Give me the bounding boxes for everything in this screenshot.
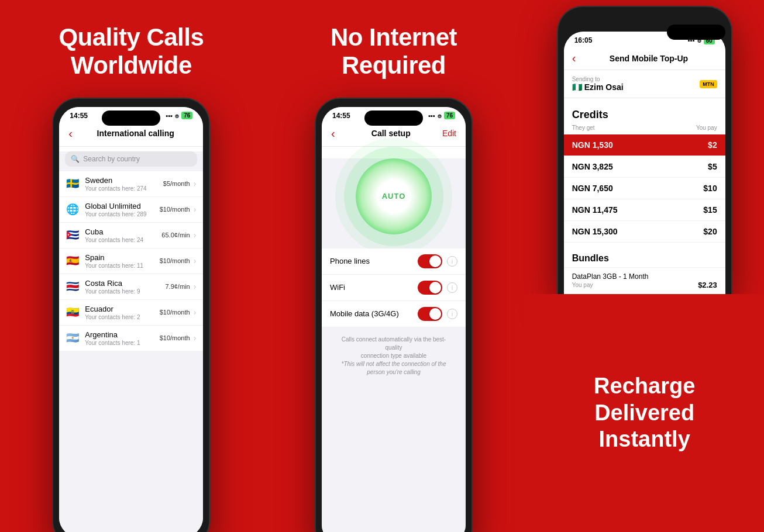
back-arrow-3[interactable]: ‹: [572, 51, 576, 65]
country-name-argentina: Argentina: [85, 330, 159, 339]
country-info-spain: Spain Your contacts here: 11: [85, 253, 159, 269]
country-name-spain: Spain: [85, 253, 159, 262]
credit-ngn-2: NGN 3,825: [572, 162, 613, 171]
credit-option-1[interactable]: NGN 1,530 $2: [564, 134, 725, 156]
toggle-switch-wifi[interactable]: [418, 281, 442, 295]
credit-option-2[interactable]: NGN 3,825 $5: [564, 156, 725, 178]
country-info-argentina: Argentina Your contacts here: 1: [85, 330, 159, 346]
panel-3: 16:05 ▪▪▪ ⌾ 60 ‹ Send Mobile Top-Up Send…: [525, 0, 764, 532]
chevron-sweden: ›: [194, 179, 197, 188]
toggle-label-wifi: WiFi: [330, 283, 418, 292]
country-info-global: Global Unlimited Your contacts here: 289: [85, 202, 159, 217]
flag-costarica: 🇨🇷: [66, 280, 80, 293]
country-price-costarica: 7.9¢/min: [165, 283, 190, 290]
country-contacts-global: Your contacts here: 289: [85, 211, 159, 217]
wifi-icon-2: ⌾: [438, 112, 442, 119]
they-get-label: They get: [572, 125, 595, 131]
back-arrow-1[interactable]: ‹: [68, 127, 73, 140]
credit-option-5[interactable]: NGN 15,300 $20: [564, 221, 725, 243]
country-item-costarica[interactable]: 🇨🇷 Costa Rica Your contacts here: 9 7.9¢…: [59, 274, 203, 300]
search-bar-1[interactable]: 🔍 Search by country: [65, 151, 197, 167]
country-item-cuba[interactable]: 🇨🇺 Cuba Your contacts here: 24 65.0¢/min…: [59, 223, 203, 248]
credit-option-4[interactable]: NGN 11,475 $15: [564, 199, 725, 221]
time-2: 14:55: [332, 112, 350, 120]
toggle-knob-mobile: [429, 308, 441, 320]
auto-circle: AUTO: [356, 158, 432, 234]
credits-section: Credits They get You pay NGN 1,530 $2 NG…: [564, 103, 725, 243]
country-name-global: Global Unlimited: [85, 202, 159, 210]
flag-sweden: 🇸🇪: [66, 177, 80, 190]
country-contacts-sweden: Your contacts here: 274: [85, 185, 163, 192]
bundle-row-1[interactable]: DataPlan 3GB - 1 Month You pay $2.23: [564, 267, 725, 294]
screen-2: AUTO Phone lines i WiFi: [322, 158, 466, 532]
country-price-sweden: $5/month: [163, 180, 190, 187]
toggle-knob-wifi: [429, 282, 441, 293]
credit-option-3[interactable]: NGN 7,650 $10: [564, 178, 725, 199]
toggles-container: Phone lines i WiFi i Mobil: [322, 248, 466, 327]
time-1: 14:55: [70, 112, 88, 120]
sending-label: Sending to: [572, 76, 624, 82]
country-item-sweden[interactable]: 🇸🇪 Sweden Your contacts here: 274 $5/mon…: [59, 171, 203, 197]
credits-title: Credits: [564, 103, 725, 123]
call-setup-note: Calls connect automatically via the best…: [322, 327, 466, 380]
info-icon-mobile[interactable]: i: [447, 309, 457, 319]
country-info-sweden: Sweden Your contacts here: 274: [85, 176, 163, 192]
back-arrow-2[interactable]: ‹: [331, 127, 335, 140]
info-icon-wifi[interactable]: i: [447, 282, 457, 293]
panel3-bottom: Recharge Delivered Instantly: [525, 294, 764, 532]
chevron-cuba: ›: [194, 230, 197, 240]
battery-1: 76: [181, 112, 192, 119]
screen-header-1: ‹ International calling: [59, 122, 203, 147]
screen-1: 🔍 Search by country 🇸🇪 Sweden Your conta…: [59, 151, 203, 532]
italic-note-text: *This will not affect the connection of …: [342, 361, 446, 375]
status-icons-2: ▪▪▪ ⌾ 76: [428, 112, 455, 119]
credit-ngn-5: NGN 15,300: [572, 227, 618, 236]
toggle-wifi[interactable]: WiFi i: [322, 275, 466, 301]
info-icon-phone[interactable]: i: [447, 256, 457, 267]
edit-button[interactable]: Edit: [442, 129, 456, 138]
bundles-title: Bundles: [564, 247, 725, 267]
toggle-switch-phone[interactable]: [418, 254, 442, 268]
credit-ngn-1: NGN 1,530: [572, 140, 613, 150]
country-contacts-ecuador: Your contacts here: 2: [85, 314, 159, 320]
country-item-ecuador[interactable]: 🇪🇨 Ecuador Your contacts here: 2 $10/mon…: [59, 300, 203, 326]
note-text: Calls connect automatically via the best…: [333, 336, 454, 360]
flag-argentina: 🇦🇷: [66, 331, 80, 344]
phone-1: 14:55 ▪▪▪ ⌾ 76 ‹ International calling 🔍…: [52, 98, 210, 532]
country-price-ecuador: $10/month: [160, 309, 190, 316]
recipient-name-text: Ezim Osai: [584, 82, 624, 92]
screen-title-3: Send Mobile Top-Up: [580, 54, 717, 63]
status-icons-1: ▪▪▪ ⌾ 76: [166, 112, 193, 119]
country-item-global[interactable]: 🌐 Global Unlimited Your contacts here: 2…: [59, 197, 203, 223]
flag-cuba: 🇨🇺: [66, 229, 80, 241]
country-item-argentina[interactable]: 🇦🇷 Argentina Your contacts here: 1 $10/m…: [59, 326, 203, 351]
sending-to-row: Sending to 🇳🇬 Ezim Osai MTN: [564, 70, 725, 98]
toggle-mobile-data[interactable]: Mobile data (3G/4G) i: [322, 301, 466, 327]
credit-usd-3: $10: [703, 184, 717, 193]
credit-ngn-4: NGN 11,475: [572, 205, 618, 215]
toggle-phone-lines[interactable]: Phone lines i: [322, 248, 466, 275]
country-price-spain: $10/month: [160, 257, 190, 264]
country-item-spain[interactable]: 🇪🇸 Spain Your contacts here: 11 $10/mont…: [59, 248, 203, 274]
battery-2: 76: [444, 112, 455, 119]
panel3-content: 16:05 ▪▪▪ ⌾ 60 ‹ Send Mobile Top-Up Send…: [525, 0, 764, 532]
chevron-spain: ›: [194, 256, 197, 265]
credit-usd-5: $20: [703, 227, 717, 236]
chevron-costarica: ›: [194, 282, 197, 291]
phone-2: 14:55 ▪▪▪ ⌾ 76 ‹ Call setup Edit AUTO Ph: [315, 98, 473, 532]
phone-3-screen: 16:05 ▪▪▪ ⌾ 60 ‹ Send Mobile Top-Up Send…: [564, 32, 725, 294]
country-info-costarica: Costa Rica Your contacts here: 9: [85, 279, 165, 295]
sending-to-info: Sending to 🇳🇬 Ezim Osai: [572, 76, 624, 92]
country-price-argentina: $10/month: [160, 334, 190, 341]
credits-sub-row: They get You pay: [564, 123, 725, 134]
chevron-global: ›: [194, 205, 197, 214]
screen-title-1: International calling: [77, 129, 194, 138]
country-price-cuba: 65.0¢/min: [161, 232, 190, 239]
toggle-switch-mobile[interactable]: [418, 307, 442, 321]
country-name-ecuador: Ecuador: [85, 305, 159, 313]
toggle-knob-phone: [429, 255, 441, 267]
credit-usd-4: $15: [703, 205, 717, 215]
country-price-global: $10/month: [160, 206, 190, 213]
search-icon-1: 🔍: [71, 155, 80, 163]
you-pay-label: You pay: [696, 125, 717, 131]
